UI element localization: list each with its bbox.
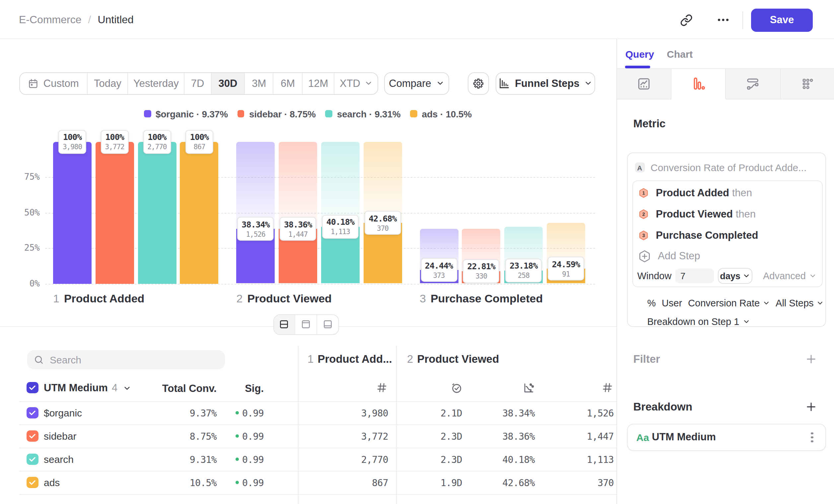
metric-column-icon[interactable] [450,382,462,396]
step-number: 1 [308,353,313,365]
row-metric-value: 3,772 [361,431,388,441]
bar-conversion-pct: 100% [105,132,125,142]
bar-value-card: 38.36%1,447 [280,217,316,241]
row-checkbox-ads[interactable] [26,477,38,488]
row-label[interactable]: $organic [44,407,82,418]
property-menu-button[interactable] [807,430,817,445]
save-button[interactable]: Save [751,8,813,32]
funnel-bar-search-step1[interactable] [138,142,176,283]
chart-type-retention-button[interactable] [781,69,834,99]
bar-conversion-pct: 100% [63,132,82,142]
advanced-toggle[interactable]: Advanced [763,270,816,281]
sig-dot [235,458,239,461]
add-step-label: Add Step [658,250,700,262]
row-metric-value: 867 [372,477,388,488]
conversion-rate-icon [523,382,535,394]
chart-type-flows-button[interactable] [726,69,781,99]
step-name: Product Viewed [247,293,331,306]
row-checkbox-sidebar[interactable] [26,430,38,442]
chevron-down-icon [763,300,770,306]
bar-value-card: 38.34%1,526 [237,217,274,241]
col-header-sig[interactable]: Sig. [245,382,264,394]
row-sig: 0.99 [235,431,264,441]
step-number-hexagon: 3 [639,230,648,240]
metric-reference[interactable]: A Conversion Rate of Product Adde... [635,162,807,173]
bar-conversion-pct: 42.68% [369,213,396,223]
chevron-down-icon [743,318,750,325]
chart-type-funnels-button[interactable] [672,69,726,99]
row-checkbox-organic[interactable] [26,407,38,419]
metric-column-icon[interactable] [523,382,535,396]
breakdown-property-card[interactable]: Aa UTM Medium [627,423,826,451]
conversion-window-row: Window 7 days Advanced [637,268,818,284]
sig-value: 0.99 [242,477,264,488]
funnel-bars-icon [691,76,706,91]
measure-metric-select[interactable]: Conversion Rate [688,298,770,308]
chevron-down-icon [809,272,816,279]
tab-chart[interactable]: Chart [667,39,693,69]
query-step-label: Product Viewed then [656,208,756,220]
funnel-bar-organic-step1[interactable] [53,142,92,283]
table-row-divider [19,448,616,448]
measure-scope-select[interactable]: All Steps [776,298,824,308]
table-group-header[interactable]: UTM Medium4 [44,382,131,394]
query-step-2[interactable]: 2Product Viewed then [639,207,756,221]
query-step-label: Product Added then [656,187,752,199]
metric-column-icon[interactable] [602,382,613,396]
hash-icon [602,382,613,393]
row-checkbox-search[interactable] [26,454,38,465]
window-value-input[interactable]: 7 [675,269,714,283]
window-label: Window [637,270,672,281]
chevron-down-icon [743,273,750,279]
add-step-button[interactable]: Add Step [639,250,700,263]
row-metric-value: 2.3D [441,454,462,464]
tab-query[interactable]: Query [626,39,654,69]
query-step-3[interactable]: 3Purchase Completed [639,228,758,242]
query-panel: Query Chart Metric A Conversion Rate of … [616,39,834,504]
measure-pct: % [647,298,656,308]
sig-value: 0.99 [242,408,264,418]
bar-count: 370 [369,224,396,232]
bar-count: 373 [425,271,453,279]
advanced-label: Advanced [763,270,806,281]
bar-value-card: 100%867 [186,130,213,154]
breakdown-section-heading: Breakdown [633,400,692,413]
chart-type-insights-button[interactable] [617,69,672,99]
share-link-button[interactable] [676,9,697,30]
row-total-conv: 8.75% [190,431,217,441]
metric-column-icon[interactable] [376,382,388,396]
step-number-hexagon: 2 [639,209,648,219]
select-all-checkbox[interactable] [26,382,38,393]
add-breakdown-button[interactable] [805,401,816,412]
add-filter-button[interactable] [805,353,816,364]
funnel-bar-sidebar-step1[interactable] [95,142,134,283]
table-row-divider [19,425,616,425]
bar-conversion-pct: 22.81% [467,261,495,272]
col-header-total-conv[interactable]: Total Conv. [162,382,217,394]
query-step-1[interactable]: 1Product Added then [639,186,752,199]
y-axis-tick: 25% [13,243,40,253]
layout-chart-only-button[interactable] [295,315,317,334]
chevron-down-icon [817,300,824,306]
layout-split-button[interactable] [274,315,295,334]
chevron-down-icon [124,384,131,392]
funnel-bar-ads-step1[interactable] [180,142,219,283]
table-step-group-title: 2Product Viewed [407,353,499,365]
layout-switcher [273,314,339,335]
layout-table-only-button[interactable] [317,315,338,334]
bar-value-card: 40.18%1,113 [322,214,359,238]
kebab-icon [811,432,813,434]
breakdown-on-select[interactable]: Breakdown on Step 1 [647,316,750,327]
property-type-badge: Aa [636,431,649,443]
search-input[interactable]: Search [27,350,225,369]
check-icon [28,409,36,417]
row-label[interactable]: ads [44,477,60,488]
more-menu-button[interactable] [712,9,733,30]
funnel-ghost-bar [321,142,359,227]
bar-conversion-pct: 24.44% [425,260,453,271]
window-unit-select[interactable]: days [718,268,752,284]
row-label[interactable]: search [44,454,74,465]
measure-user[interactable]: User [662,298,682,308]
layout-table-only-icon [322,319,333,330]
row-label[interactable]: sidebar [44,430,76,442]
